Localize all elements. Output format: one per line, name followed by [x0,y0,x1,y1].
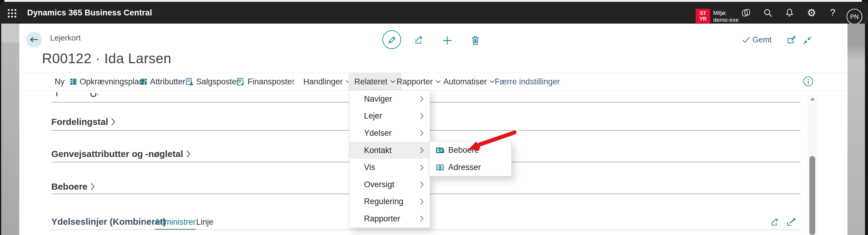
notifications-bell-icon[interactable] [783,2,797,24]
clipped-heading-fragment [91,93,96,97]
chevron-right-icon [420,181,424,188]
chevron-right-icon [186,150,190,158]
breadcrumb[interactable]: Lejerkort [50,33,81,43]
chevron-right-icon [420,96,424,102]
topbar: Dynamics 365 Business Central ST YR Milj… [0,2,868,24]
scrollbar-up-arrow[interactable] [810,98,814,100]
screen: Dynamics 365 Business Central ST YR Milj… [0,0,868,235]
chevron-down-icon [390,80,396,83]
lines-part-divider [145,216,145,228]
action-bar-divider [292,76,293,88]
chevron-right-icon [420,113,424,120]
chevron-right-icon [111,118,115,126]
window-right-edge [847,24,865,235]
collapse-icon[interactable] [803,36,812,46]
environment-badge[interactable]: ST YR [696,9,710,23]
menu-item-ydelser[interactable]: Ydelser [349,125,430,142]
settings-gear-icon[interactable]: ⚙ [805,2,818,24]
tab-administrer[interactable]: Administrer [155,217,196,230]
scrollbar-thumb[interactable] [809,156,815,235]
scrollbar-track[interactable] [808,95,817,235]
action-rapporter[interactable]: Rapporter [397,73,441,90]
action-opkraevningsplan[interactable]: Opkrævningsplan [70,73,144,90]
action-ny[interactable]: Ny [55,73,65,90]
saved-check-icon [742,36,750,43]
expand-icon[interactable] [787,218,796,227]
lejerkort-page: Lejerkort R00122 · Ida Larsen [19,24,847,235]
action-attributter[interactable]: Attributter [140,73,185,90]
user-avatar[interactable]: PN [846,9,862,25]
back-button[interactable] [26,32,42,48]
tab-linje[interactable]: Linje [196,217,213,227]
chevron-right-icon [420,215,424,222]
section-beboere[interactable]: Beboere [51,181,95,192]
action-bar: Ny Opkrævningsplan Attributter [19,73,847,91]
action-relateret[interactable]: Relateret [348,73,402,90]
submenu-item-beboere[interactable]: Beboere [430,141,511,159]
relateret-dropdown-menu: Naviger Lejer Ydelser Kontakt Vis Oversi… [349,90,430,228]
clipped-heading-fragment [97,94,99,95]
help-icon[interactable]: ? [826,2,840,24]
chevron-right-icon [91,183,95,190]
chevron-down-icon [490,80,495,83]
share-button[interactable] [414,36,424,45]
menu-item-kontakt[interactable]: Kontakt [349,142,430,159]
attributter-icon [140,78,147,85]
app-launcher-waffle-icon[interactable] [8,9,16,18]
info-icon[interactable] [803,76,813,86]
action-automatiser[interactable]: Automatiser [443,73,495,90]
action-handlinger[interactable]: Handlinger [303,73,351,90]
chevron-right-icon [420,147,424,154]
delete-trash-button[interactable] [471,36,479,47]
app-title[interactable]: Dynamics 365 Business Central [27,2,152,24]
lines-part-title: Ydelseslinjer (Kombineret) [51,216,166,227]
section-fordelingstal[interactable]: Fordelingstal [51,117,115,127]
window-left-edge [1,24,19,235]
chevron-down-icon [435,80,441,83]
opkraevningsplan-icon [70,78,77,85]
copilot-icon[interactable] [739,2,753,24]
environment-label: Miljø: demo-exe [713,9,739,23]
chevron-right-icon [420,164,424,171]
saved-status: Gemt [742,35,772,45]
menu-item-vis[interactable]: Vis [349,159,430,176]
clipped-heading-fragment [56,92,57,96]
salgsposter-icon [186,78,193,85]
lines-part-rule [51,230,799,230]
open-in-window-icon[interactable] [787,36,796,45]
section-genvejsattributter[interactable]: Genvejsattributter og -nøgletal [51,149,190,159]
chevron-right-icon [420,199,424,205]
finansposter-icon [237,78,245,85]
menu-item-naviger[interactable]: Naviger [349,90,430,108]
beboere-icon [436,147,444,154]
share-icon[interactable] [771,218,779,227]
menu-item-lejer[interactable]: Lejer [349,108,430,125]
action-finansposter[interactable]: Finansposter [237,73,294,90]
menu-item-rapporter[interactable]: Rapporter [349,210,430,228]
menu-item-regulering[interactable]: Regulering [349,193,430,210]
page-title: R00122 · Ida Larsen [42,50,172,67]
submenu-item-adresser[interactable]: Adresser [430,159,511,176]
search-icon[interactable] [761,2,775,24]
add-button[interactable] [442,36,452,47]
action-salgsposter[interactable]: Salgsposter [186,73,239,90]
edit-pencil-button[interactable] [382,30,401,49]
chevron-right-icon [420,130,424,136]
adresser-icon [436,164,444,171]
menu-item-oversigt[interactable]: Oversigt [349,176,430,193]
kontakt-submenu: Beboere Adresser [430,141,512,176]
action-faerre-indstillinger[interactable]: Færre indstillinger [495,73,560,90]
